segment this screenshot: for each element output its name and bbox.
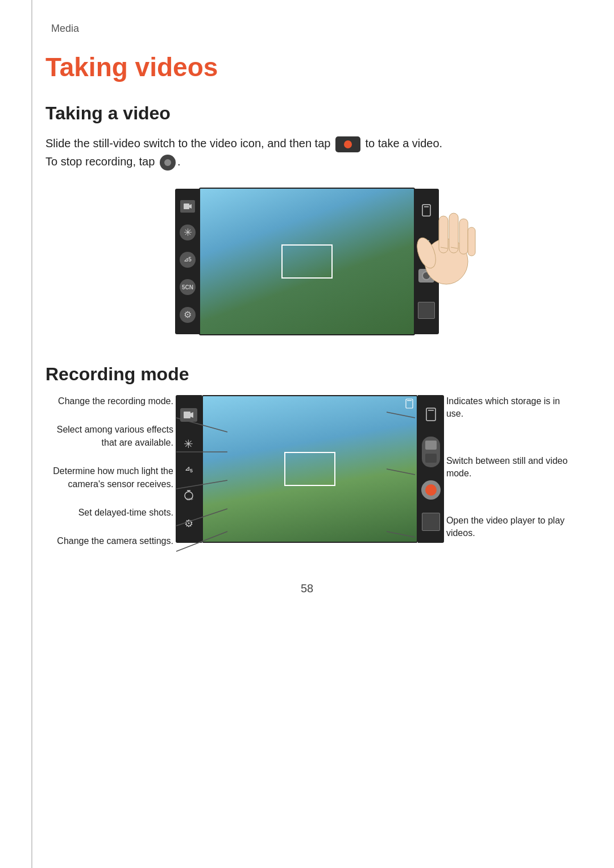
- rec-mode-btn: [180, 408, 197, 422]
- label-storage: Indicates which storage is in use.: [446, 395, 569, 421]
- section2-title: Recording mode: [45, 364, 569, 385]
- left-labels-column: Change the recording mode. Select among …: [45, 395, 173, 548]
- ev-icon-2: ⊿5: [185, 466, 193, 474]
- svg-rect-6: [439, 216, 448, 253]
- still-mode-indicator: [425, 441, 437, 450]
- breadcrumb: Media: [45, 23, 569, 35]
- intro-text-line1: Slide the still-video switch to the vide…: [45, 137, 330, 149]
- label-light: Determine how much light the camera's se…: [45, 465, 173, 491]
- svg-marker-21: [190, 412, 193, 418]
- settings-icon-2: ⚙: [184, 517, 193, 530]
- label-effects: Select among various effects that are av…: [45, 423, 173, 449]
- stop-button-icon: [160, 155, 176, 171]
- label-delayed: Set delayed-time shots.: [45, 506, 173, 519]
- effects-icon: ✳: [180, 225, 196, 240]
- page-title: Taking videos: [45, 52, 569, 82]
- svg-rect-9: [468, 227, 475, 256]
- settings-icon: ⚙: [180, 307, 196, 323]
- svg-rect-8: [459, 219, 468, 254]
- svg-rect-27: [428, 410, 434, 411]
- camera2-left-sidebar: ✳ ⊿5 OFF ⚙: [176, 395, 202, 543]
- intro-text-line1-suffix: to take a video.: [366, 137, 443, 149]
- record-btn-2: [421, 480, 441, 500]
- video-mode-icon: [180, 200, 195, 213]
- right-labels-column: Indicates which storage is in use. Switc…: [446, 395, 569, 539]
- recording-mode-section: Recording mode: [45, 364, 569, 548]
- camera-mockup-1: ✳ ⊿5 5CN ⚙ ▼: [45, 188, 569, 335]
- ev-icon: ⊿5: [180, 252, 196, 268]
- camera-left-sidebar-1: ✳ ⊿5 5CN ⚙: [175, 189, 200, 334]
- camera-screen-2: ✳ ⊿5 OFF ⚙: [202, 395, 418, 543]
- video-mode-indicator: [425, 454, 437, 463]
- svg-rect-29: [407, 400, 412, 401]
- intro-paragraph: Slide the still-video switch to the vide…: [45, 134, 569, 171]
- section1-title: Taking a video: [45, 103, 569, 124]
- thumbnail-1: [418, 302, 435, 319]
- effects-icon-2: ✳: [184, 437, 193, 451]
- focus-box-2: [284, 452, 335, 486]
- switch-still-video: [422, 437, 440, 467]
- video-thumbnail: [422, 513, 440, 531]
- record-btn-inner: [425, 484, 437, 496]
- label-camera-settings: Change the camera settings.: [45, 535, 173, 547]
- diagram-layout: Change the recording mode. Select among …: [45, 395, 569, 548]
- camera2-right-sidebar: [418, 395, 444, 543]
- timer-icon: OFF: [182, 488, 195, 502]
- focus-box-1: [281, 244, 333, 279]
- svg-rect-7: [449, 213, 458, 253]
- recording-diagram: Change the recording mode. Select among …: [45, 395, 569, 548]
- svg-rect-0: [184, 203, 189, 209]
- camera-diagram-wrapper: ✳ ⊿5 OFF ⚙: [202, 395, 418, 543]
- camera-screen-1: ✳ ⊿5 5CN ⚙ ▼: [199, 188, 415, 335]
- intro-text-line2: To stop recording, tap: [45, 155, 155, 168]
- page-border: [31, 0, 32, 868]
- storage-indicator-screen: [405, 398, 413, 410]
- label-recording-mode: Change the recording mode.: [45, 395, 173, 408]
- label-video-player: Open the video player to play videos.: [446, 514, 569, 540]
- svg-text:OFF: OFF: [186, 497, 193, 501]
- svg-marker-1: [189, 204, 192, 209]
- page-number: 58: [45, 582, 569, 595]
- record-button-icon: [335, 136, 360, 152]
- label-switch-mode: Switch between still and video mode.: [446, 455, 569, 480]
- hand-illustration: [409, 199, 478, 284]
- scn-icon: 5CN: [180, 279, 196, 295]
- storage-icon-2: [425, 408, 437, 423]
- svg-rect-20: [184, 412, 190, 418]
